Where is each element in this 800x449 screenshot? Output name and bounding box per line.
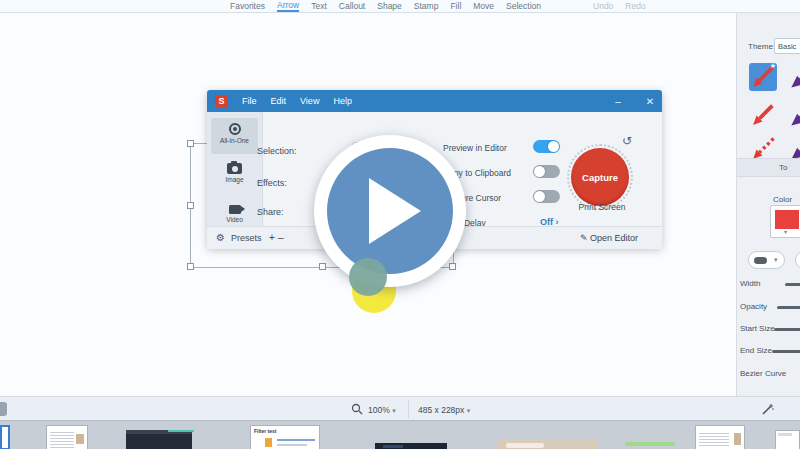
share-field-label: Share: [257, 207, 284, 217]
zoom-magnifier-icon [351, 403, 363, 415]
end-size-label: End Size [740, 346, 772, 355]
menu-file[interactable]: File [242, 96, 257, 106]
end-size-slider[interactable] [772, 350, 800, 353]
tool-move[interactable]: Move [473, 1, 494, 11]
arrow-style-selected[interactable]: ★ [749, 63, 777, 91]
tool-selection[interactable]: Selection [506, 1, 541, 11]
copy-to-clipboard-toggle[interactable] [533, 165, 560, 178]
caret-down-icon: ▾ [467, 407, 471, 414]
presets-label[interactable]: Presets [231, 233, 262, 243]
reset-icon[interactable]: ↺ [622, 134, 632, 148]
canvas-teal-shape [349, 258, 387, 296]
selection-field-label: Selection: [257, 146, 297, 156]
snagit-editor-screen: Favorites Arrow Text Callout Shape Stamp… [0, 0, 800, 449]
capture-thumbnail[interactable] [46, 425, 88, 449]
play-icon [369, 178, 421, 244]
selection-handle-bottom-right[interactable] [449, 263, 456, 270]
tools-toolbar: Favorites Arrow Text Callout Shape Stamp… [0, 0, 800, 13]
purple-arrow-icon [789, 101, 800, 129]
tab-all-in-one[interactable]: All-in-One [211, 118, 258, 154]
recent-captures-tray: Filter test [0, 420, 800, 449]
arrow-style-purple-2[interactable] [789, 101, 800, 129]
tool-shape[interactable]: Shape [377, 1, 402, 11]
capture-cursor-toggle[interactable] [533, 190, 560, 203]
preview-in-editor-label: Preview in Editor [443, 143, 507, 153]
caret-down-icon: ▾ [784, 228, 787, 235]
purple-arrow-icon [789, 63, 800, 91]
theme-label: Theme: [748, 42, 775, 51]
star-icon: ★ [770, 62, 776, 70]
snagit-logo-icon: S [215, 95, 228, 108]
capture-thumbnail[interactable] [126, 430, 192, 449]
menu-edit[interactable]: Edit [271, 96, 287, 106]
tool-properties-panel: Theme: Basic ★ [736, 13, 800, 396]
width-slider[interactable] [785, 283, 800, 286]
arrow-shape-dropdown[interactable]: ▾ [748, 251, 785, 269]
capture-hotkey-label: Print Screen [562, 202, 642, 212]
capture-window-titlebar[interactable]: S File Edit View Help – ✕ [207, 90, 662, 112]
capture-mode-tabs: All-in-One Image Video [207, 112, 263, 226]
edit-pencil-icon: ✎ [580, 233, 588, 243]
properties-section-header: To [737, 158, 800, 177]
color-label: Color [773, 195, 792, 204]
minimize-icon[interactable]: – [605, 90, 631, 112]
effects-field-label: Effects: [257, 178, 287, 188]
capture-thumbnail-selected[interactable] [0, 425, 10, 449]
tool-arrow[interactable]: Arrow [277, 0, 299, 12]
capture-thumbnail[interactable]: Filter test [250, 425, 320, 449]
tool-stamp[interactable]: Stamp [414, 1, 439, 11]
color-swatch [775, 210, 799, 229]
capture-thumbnail[interactable] [375, 443, 447, 449]
tool-fill[interactable]: Fill [450, 1, 461, 11]
color-swatch-dropdown[interactable]: ▾ [770, 205, 800, 238]
arrow-style-purple-1[interactable] [789, 63, 800, 91]
canvas-size-dropdown[interactable]: 485 x 228px ▾ [418, 405, 470, 415]
start-size-label: Start Size [740, 324, 775, 333]
bezier-curve-label: Bezier Curve [740, 369, 786, 378]
preset-remove-button[interactable]: – [278, 232, 284, 243]
red-arrow-icon [749, 101, 777, 129]
theme-dropdown[interactable]: Basic [774, 38, 800, 54]
zoom-level-dropdown[interactable]: 100% ▾ [368, 405, 396, 415]
opacity-label: Opacity [740, 302, 767, 311]
gear-icon[interactable]: ⚙ [216, 232, 225, 243]
menu-view[interactable]: View [300, 96, 319, 106]
camera-icon [227, 163, 242, 174]
capture-thumbnail[interactable] [775, 430, 800, 449]
status-divider [408, 400, 409, 418]
opacity-slider[interactable] [777, 306, 800, 309]
capture-thumbnail[interactable] [498, 439, 598, 449]
start-size-slider[interactable] [774, 328, 800, 331]
tool-favorites[interactable]: Favorites [230, 1, 265, 11]
video-camera-icon [229, 205, 241, 214]
panel-toggle-icon[interactable] [0, 402, 7, 416]
thumbnail-logo [265, 438, 272, 447]
tool-callout[interactable]: Callout [339, 1, 365, 11]
magic-wand-icon[interactable] [760, 402, 775, 417]
preset-add-button[interactable]: + [269, 232, 275, 243]
selection-handle-bottom-left[interactable] [187, 263, 194, 270]
all-in-one-icon [229, 123, 241, 135]
selection-handle-mid-left[interactable] [187, 202, 194, 209]
menu-help[interactable]: Help [333, 96, 352, 106]
end-shape-dropdown[interactable] [795, 251, 800, 269]
open-editor-button[interactable]: ✎ Open Editor [580, 233, 638, 243]
caret-down-icon: ▾ [392, 407, 396, 414]
tool-text[interactable]: Text [311, 1, 327, 11]
caret-down-icon: ▾ [774, 256, 778, 264]
close-icon[interactable]: ✕ [637, 90, 663, 112]
capture-thumbnail[interactable] [695, 425, 745, 449]
arrow-style-red-2[interactable] [749, 101, 777, 129]
tab-image[interactable]: Image [211, 158, 258, 194]
shape-pill-icon [754, 257, 767, 264]
capture-button[interactable]: Capture [571, 148, 629, 206]
width-label: Width [740, 279, 760, 288]
selection-handle-top-left[interactable] [187, 140, 194, 147]
preview-in-editor-toggle[interactable] [533, 140, 560, 153]
status-bar: 100% ▾ 485 x 228px ▾ [0, 396, 800, 421]
capture-thumbnail[interactable] [625, 442, 675, 446]
redo-button[interactable]: Redo [625, 1, 645, 11]
undo-button[interactable]: Undo [593, 1, 613, 11]
selection-handle-bottom-mid[interactable] [319, 263, 326, 270]
